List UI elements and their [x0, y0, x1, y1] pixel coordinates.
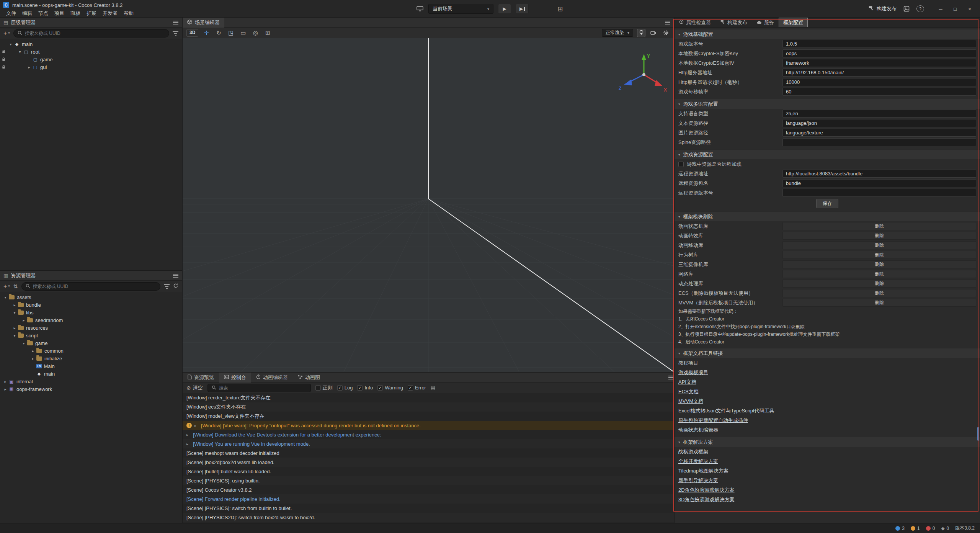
expand-arrow[interactable]: ▸	[186, 442, 190, 446]
assets-search-input[interactable]	[33, 284, 156, 289]
console-log-row[interactable]: [Scene] [PHYSICS]: switch from builtin t…	[183, 504, 674, 513]
rotate-tool-icon[interactable]: ↻	[214, 29, 223, 37]
clear-console-button[interactable]: ⊘ 清空	[186, 384, 203, 391]
scene-viewport[interactable]: Y X Z	[183, 38, 674, 372]
3d-mode-toggle[interactable]: 3D	[186, 29, 198, 37]
expand-arrow[interactable]: ▸	[2, 387, 8, 391]
tab-animation-graph[interactable]: 动画图	[293, 373, 325, 383]
tree-row[interactable]: ▾◆main	[0, 40, 182, 48]
doc-link[interactable]: MVVM文档	[678, 398, 703, 405]
field-input[interactable]	[782, 138, 976, 146]
doc-link[interactable]: 教程项目	[678, 360, 698, 366]
tree-row[interactable]: ▾assets	[0, 293, 182, 301]
snap-toggle-icon[interactable]: ⊞	[263, 29, 272, 37]
expand-arrow[interactable]: ▾	[11, 334, 18, 338]
layout-grid-icon[interactable]: ⊞	[556, 5, 564, 13]
delete-module-button[interactable]: 删除	[782, 241, 976, 249]
filter-checkbox-error[interactable]: ✓Error	[408, 385, 426, 391]
doc-link[interactable]: 2D角色扮演游戏解决方案	[678, 487, 735, 494]
doc-link[interactable]: Excel格式转Json文件与TypeScript代码工具	[678, 407, 774, 414]
expand-arrow[interactable]: ▸	[2, 379, 8, 384]
filter-checkbox-warning[interactable]: ✓Warning	[377, 385, 403, 391]
expand-arrow[interactable]: ▾	[21, 341, 27, 345]
tree-row[interactable]: ▸common	[0, 347, 182, 355]
section-header[interactable]: ▾游戏多语言配置	[675, 99, 980, 109]
close-button[interactable]: ×	[963, 3, 976, 15]
menu-item[interactable]: 节点	[35, 10, 51, 17]
delete-module-button[interactable]: 删除	[782, 222, 976, 230]
hierarchy-search-input[interactable]	[25, 31, 165, 36]
delete-module-button[interactable]: 删除	[782, 280, 976, 288]
info-count[interactable]: 3	[895, 526, 905, 531]
expand-arrow[interactable]: ▸	[11, 326, 18, 330]
console-log-row[interactable]: [Scene] [bullet]:bullet wasm lib loaded.	[183, 467, 674, 476]
expand-arrow[interactable]: ▾	[8, 42, 14, 46]
tree-row[interactable]: ▾libs	[0, 309, 182, 316]
expand-arrow[interactable]: ▸	[30, 349, 36, 353]
tree-row[interactable]: ▢game	[0, 56, 182, 63]
console-log-row[interactable]: !▸[Window] [Vue warn]: Property "onInput…	[183, 421, 674, 430]
filter-icon[interactable]	[173, 31, 178, 36]
panel-menu-icon[interactable]	[173, 274, 178, 278]
scene-selector[interactable]: 当前场景 ▾	[428, 4, 493, 14]
minimize-button[interactable]: ─	[934, 3, 947, 15]
tree-row[interactable]: ▾▢root	[0, 48, 182, 56]
panel-menu-icon[interactable]	[173, 21, 178, 25]
expand-arrow[interactable]: ▾	[2, 295, 8, 299]
expand-arrow[interactable]: ▸	[26, 65, 32, 69]
add-asset-button[interactable]: +▾	[3, 283, 10, 289]
delete-module-button[interactable]: 删除	[782, 251, 976, 259]
field-input[interactable]	[782, 119, 976, 127]
camera-icon[interactable]	[649, 29, 658, 37]
refresh-icon[interactable]	[173, 283, 178, 289]
field-input[interactable]	[782, 170, 976, 178]
console-log-row[interactable]: [Window] model_view文件夹不存在	[183, 412, 674, 421]
filter-icon[interactable]	[164, 284, 170, 289]
field-input[interactable]	[782, 129, 976, 137]
store-icon[interactable]	[903, 5, 910, 13]
doc-link[interactable]: 原生包热更新配置自动生成插件	[678, 417, 748, 424]
delete-module-button[interactable]: 删除	[782, 270, 976, 278]
console-log-row[interactable]: [Scene] [box2d]:box2d wasm lib loaded.	[183, 458, 674, 467]
save-button[interactable]: 保存	[816, 199, 838, 208]
tree-row[interactable]: ▾script	[0, 332, 182, 339]
scrollbar-thumb[interactable]	[977, 427, 979, 441]
step-button[interactable]: ▶	[516, 4, 529, 14]
menu-item[interactable]: 项目	[51, 10, 67, 17]
tree-row[interactable]: ▸resources	[0, 324, 182, 332]
light-toggle-icon[interactable]	[637, 29, 645, 37]
console-log-row[interactable]: [Window] ecs文件夹不存在	[183, 402, 674, 412]
field-input[interactable]	[782, 88, 976, 96]
delete-module-button[interactable]: 删除	[782, 260, 976, 268]
filter-checkbox-log[interactable]: ✓Log	[337, 385, 353, 391]
lock-icon[interactable]	[2, 65, 6, 70]
field-input[interactable]	[782, 78, 976, 86]
sort-icon[interactable]: ⇅	[13, 283, 18, 289]
console-log-row[interactable]: ▸[Window] You are running Vue in develop…	[183, 439, 674, 448]
expand-arrow[interactable]: ▸	[194, 423, 198, 428]
tree-row[interactable]: ▸▣internal	[0, 378, 182, 385]
menu-item[interactable]: 编辑	[19, 10, 35, 17]
console-log-row[interactable]: ▸[Window] Download the Vue Devtools exte…	[183, 430, 674, 439]
delete-module-button[interactable]: 删除	[782, 232, 976, 240]
doc-link[interactable]: 动画状态机编辑器	[678, 427, 718, 433]
scene-editor-tab[interactable]: 场景编辑器	[183, 18, 224, 28]
panel-menu-icon[interactable]	[665, 21, 670, 25]
error-count[interactable]: 0	[926, 526, 935, 531]
panel-menu-icon[interactable]	[668, 376, 674, 379]
console-log-row[interactable]: [Scene] [PHYSICS]: using builtin.	[183, 476, 674, 485]
regex-checkbox[interactable]: 正则	[315, 384, 333, 391]
help-icon[interactable]: ?	[916, 5, 924, 12]
pivot-toggle-icon[interactable]: ◎	[251, 29, 260, 37]
filter-checkbox-info[interactable]: ✓Info	[357, 385, 373, 391]
move-tool-icon[interactable]: ✛	[202, 29, 211, 37]
expand-arrow[interactable]: ▾	[17, 50, 23, 54]
expand-arrow[interactable]: ▸	[30, 356, 36, 361]
expand-arrow[interactable]: ▸	[186, 433, 190, 437]
tree-row[interactable]: ▾game	[0, 339, 182, 347]
lock-icon[interactable]	[2, 49, 6, 55]
doc-link[interactable]: 全栈开发解决方案	[678, 458, 718, 465]
warning-count[interactable]: 1	[911, 526, 920, 531]
build-publish-button[interactable]: 构建发布	[868, 5, 897, 12]
menu-item[interactable]: 开发者	[100, 10, 121, 17]
